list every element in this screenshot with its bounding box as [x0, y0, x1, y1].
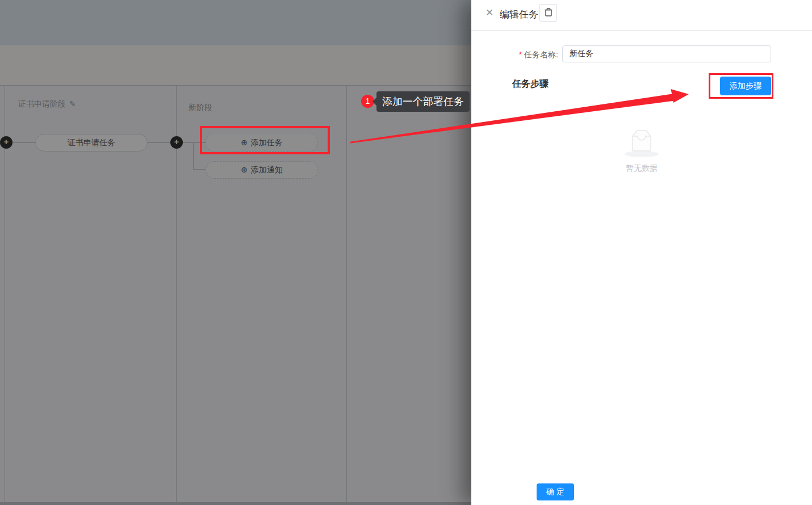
- close-icon[interactable]: ✕: [485, 7, 493, 19]
- edit-task-drawer: ✕ 编辑任务 *任务名称: 任务步骤 添加步骤: [471, 0, 812, 505]
- trash-icon: [544, 7, 553, 19]
- delete-task-button[interactable]: [539, 4, 557, 22]
- screen: 证书申请阶段✎ 证书申请任务 + + 新阶段 ⊕添加任务 ⊕添加通知 ✕ 编辑任…: [0, 0, 812, 505]
- task-name-label: *任务名称:: [471, 50, 558, 60]
- task-name-label-text: 任务名称:: [524, 50, 558, 59]
- task-steps-title: 任务步骤: [512, 78, 549, 90]
- add-step-button[interactable]: 添加步骤: [720, 77, 771, 95]
- drawer-header: ✕ 编辑任务: [471, 0, 812, 31]
- empty-text: 暂无数据: [471, 163, 812, 174]
- confirm-button[interactable]: 确 定: [537, 483, 574, 500]
- empty-state: 暂无数据: [471, 128, 812, 174]
- required-asterisk: *: [519, 50, 522, 59]
- drawer-mask-overlay[interactable]: [0, 0, 471, 505]
- empty-box-icon: [623, 128, 660, 160]
- drawer-title: 编辑任务: [500, 8, 538, 21]
- task-name-input[interactable]: [562, 45, 771, 62]
